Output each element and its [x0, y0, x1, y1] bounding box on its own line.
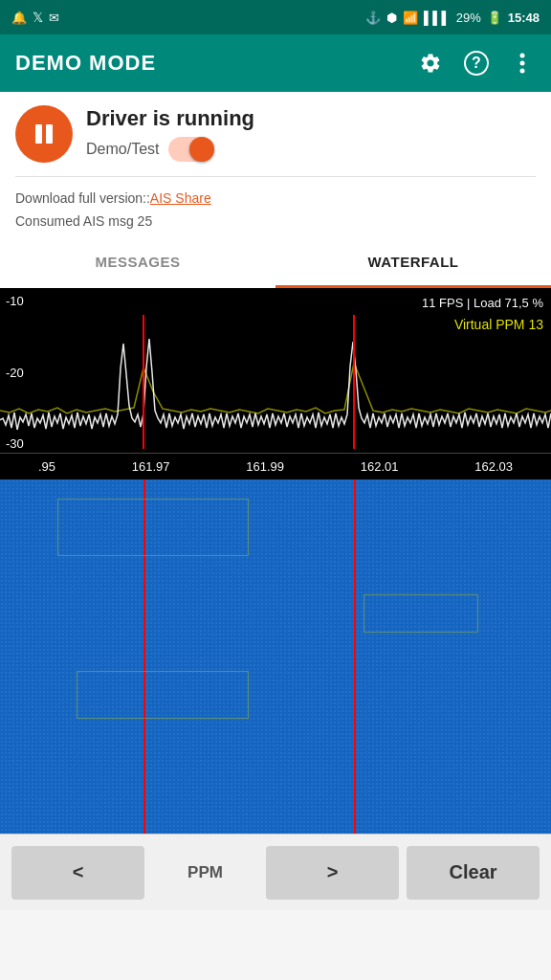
- status-left-icons: 🔔 𝕏 ✉: [11, 10, 59, 25]
- demo-toggle[interactable]: [168, 137, 214, 162]
- svg-rect-5: [35, 124, 42, 144]
- svg-point-2: [520, 54, 525, 58]
- notification-icon: 🔔: [11, 11, 27, 25]
- waterfall-area: [0, 479, 551, 834]
- mail-icon: ✉: [49, 11, 59, 25]
- yellow-rect-1: [57, 499, 249, 556]
- app-bar-icons: ?: [417, 50, 536, 77]
- pause-icon: [31, 121, 57, 147]
- waveform-chart: [0, 315, 551, 449]
- demo-label: Demo/Test: [86, 141, 159, 158]
- status-right-icons: ⚓ ⬢ 📶 ▌▌▌ 29% 🔋 15:48: [365, 11, 540, 25]
- freq-label-2: 161.99: [246, 459, 284, 474]
- app-bar: DEMO MODE ?: [0, 34, 551, 92]
- bottom-controls: < PPM > Clear: [0, 834, 551, 910]
- demo-row: Demo/Test: [86, 137, 254, 162]
- svg-point-4: [520, 69, 525, 74]
- freq-label-4: 162.03: [474, 459, 513, 474]
- download-link[interactable]: AIS Share: [150, 190, 211, 206]
- svg-rect-6: [46, 124, 53, 144]
- wifi-icon: 📶: [403, 11, 418, 25]
- spectrum-area: -10 -20 -30 11 FPS | Load 71,5 % Virtual…: [0, 288, 551, 479]
- driver-status-title: Driver is running: [86, 106, 254, 131]
- tabs: MESSAGES WATERFALL: [0, 238, 551, 288]
- freq-label-3: 162.01: [361, 459, 399, 474]
- waterfall-red-line-right: [354, 479, 356, 834]
- twitter-icon: 𝕏: [33, 10, 43, 25]
- toggle-knob: [189, 137, 214, 162]
- yellow-rect-2: [364, 594, 478, 633]
- frequency-axis: .95 161.97 161.99 162.01 162.03: [0, 453, 551, 479]
- driver-info: Driver is running Demo/Test: [86, 106, 254, 162]
- y-label-1: -10: [6, 294, 24, 308]
- divider: [15, 176, 536, 177]
- settings-button[interactable]: [417, 50, 444, 77]
- signal-icon: ▌▌▌: [424, 11, 451, 25]
- download-prefix: Download full version::: [15, 190, 150, 206]
- tab-waterfall[interactable]: WATERFALL: [276, 238, 551, 288]
- info-section: Driver is running Demo/Test Download ful…: [0, 92, 551, 238]
- svg-point-3: [520, 61, 525, 66]
- freq-label-0: .95: [38, 459, 55, 474]
- battery-icon: 🔋: [487, 11, 502, 25]
- help-button[interactable]: ?: [463, 50, 490, 77]
- fps-load: 11 FPS | Load 71,5 %: [422, 294, 543, 314]
- consumed-msg: Consumed AIS msg 25: [15, 213, 536, 229]
- ppm-label: PPM: [152, 846, 258, 900]
- prev-ppm-button[interactable]: <: [11, 846, 144, 900]
- time-display: 15:48: [508, 11, 540, 25]
- bluetooth-icon: ⬢: [386, 11, 397, 25]
- freq-label-1: 161.97: [132, 459, 170, 474]
- battery-charge-icon: ⚓: [365, 11, 381, 25]
- battery-percent: 29%: [456, 11, 481, 25]
- next-ppm-button[interactable]: >: [266, 846, 399, 900]
- svg-text:?: ?: [472, 55, 481, 71]
- tab-messages[interactable]: MESSAGES: [0, 238, 276, 288]
- yellow-rect-3: [77, 671, 249, 719]
- driver-row: Driver is running Demo/Test: [15, 105, 536, 163]
- app-bar-title: DEMO MODE: [15, 51, 156, 76]
- status-bar: 🔔 𝕏 ✉ ⚓ ⬢ 📶 ▌▌▌ 29% 🔋 15:48: [0, 0, 551, 34]
- clear-button[interactable]: Clear: [407, 846, 540, 900]
- download-text: Download full version::AIS Share: [15, 190, 536, 206]
- pause-button[interactable]: [15, 105, 73, 163]
- more-options-button[interactable]: [509, 50, 536, 77]
